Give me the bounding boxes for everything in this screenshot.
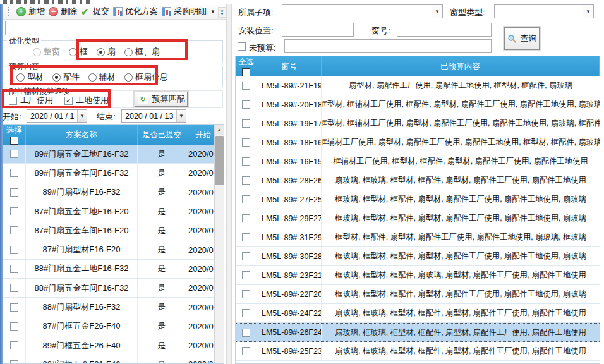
window-row[interactable]: LM5L-89#-24F22扇玻璃, 框玻璃, 框型材, 框配件, 扇型材, 扇… [236, 304, 600, 323]
row-checkbox[interactable] [10, 360, 18, 364]
budget-match-button[interactable]: 预算匹配 [135, 92, 188, 107]
optimize-type-option[interactable]: 扇 [97, 46, 116, 58]
plan-select-all-header[interactable]: 选择 [3, 125, 26, 145]
date-start-dropdown-icon[interactable]: ▼ [77, 110, 87, 122]
row-checkbox[interactable] [10, 284, 18, 292]
window-row[interactable]: LM5L-89#-23F21框玻璃, 框型材, 框配件, 扇玻璃, 扇型材, 扇… [236, 266, 600, 285]
date-end-dropdown-icon[interactable]: ▼ [176, 110, 186, 122]
window-no-input[interactable] [397, 23, 492, 37]
sub-item-select[interactable]: ▼ [282, 4, 443, 18]
radio-icon[interactable] [52, 73, 61, 82]
window-row[interactable]: LM5L-89#-30F28框玻璃, 框型材, 框配件, 扇型材, 扇配件工厂使… [236, 247, 600, 266]
window-row[interactable]: LM5L-89#-31F29框型材, 框配件, 扇型材, 扇配件工厂使用, 扇配… [236, 228, 600, 247]
row-checkbox[interactable] [242, 119, 250, 128]
radio-icon[interactable] [97, 48, 105, 56]
date-start-picker[interactable]: 2020 / 01 / 1 ▼ [27, 109, 87, 123]
window-row[interactable]: LM5L-89#-27F25框玻璃, 框型材, 框配件, 扇型材, 扇配件工厂使… [236, 190, 600, 209]
budget-content-option[interactable]: 框扇信息 [124, 71, 168, 83]
row-checkbox[interactable] [242, 233, 250, 241]
toolbar-submit-button[interactable]: 提交 [79, 4, 111, 18]
sub-item-dropdown-icon[interactable]: ▼ [432, 5, 442, 18]
window-select-all-checkbox[interactable] [242, 68, 250, 76]
window-row[interactable]: LM5L-89#-25F23扇玻璃, 框玻璃, 框型材, 框配件, 扇型材, 扇… [236, 342, 600, 361]
toolbar-overflow-button[interactable]: ▾▾ [218, 7, 226, 18]
row-checkbox[interactable] [242, 329, 250, 337]
row-checkbox[interactable] [242, 309, 250, 317]
budgeted-content-header[interactable]: 已预算内容 [322, 56, 600, 76]
plan-row[interactable]: 88#门扇五金车间F16-F32是2020/0 [3, 279, 214, 298]
plan-row[interactable]: 88#门扇五金工地F16-F32是2020/0 [3, 260, 214, 279]
window-type-dropdown-icon[interactable]: ▼ [583, 5, 593, 18]
usage-checkbox-option[interactable]: 工厂使用 [9, 95, 53, 106]
row-checkbox[interactable] [10, 322, 18, 331]
row-checkbox[interactable] [10, 226, 18, 234]
row-checkbox[interactable] [242, 195, 250, 203]
date-end-picker[interactable]: 2020 / 01 / 13 ▼ [121, 109, 186, 123]
chevron-down-icon[interactable]: ▼ [210, 9, 215, 15]
no-budget-checkbox[interactable] [238, 42, 246, 51]
row-checkbox[interactable] [242, 271, 250, 279]
plan-search-input[interactable] [5, 21, 191, 35]
plan-row[interactable]: 89#门扇五金工地F16-F32是2020/0 [3, 145, 214, 164]
window-row[interactable]: LM5L-89#-19F17框型材, 框辅材工厂使用, 扇型材, 扇配件工厂使用… [236, 114, 600, 133]
row-checkbox[interactable] [10, 207, 18, 215]
plan-row[interactable]: 87#门扇五金车间F16-F20是2020/0 [3, 221, 214, 240]
usage-checkbox-option[interactable]: ✓工地使用 [64, 95, 109, 106]
row-checkbox[interactable] [10, 265, 18, 273]
plan-row[interactable]: 88#门框五金F21-F40是2020/0 [3, 355, 214, 364]
radio-icon[interactable] [88, 73, 97, 82]
toolbar-add-button[interactable]: 新增 [15, 4, 47, 18]
plan-row[interactable]: 89#门框五金F26-F40是2020/0 [3, 336, 214, 355]
window-row[interactable]: LM5L-89#-21F19扇型材, 扇配件工厂使用, 扇配件工地使用, 框型材… [236, 76, 600, 95]
row-checkbox[interactable] [242, 157, 250, 166]
install-pos-input[interactable] [282, 23, 354, 37]
row-checkbox[interactable] [242, 176, 250, 185]
budget-content-option[interactable]: 辅材 [88, 71, 116, 83]
plan-select-all-checkbox[interactable] [10, 136, 18, 145]
budget-content-option[interactable]: 型材 [16, 71, 44, 83]
plan-row[interactable]: 87#门框五金F26-F40是2020/0 [3, 317, 214, 336]
row-checkbox[interactable] [242, 138, 250, 147]
window-row[interactable]: LM5L-89#-28F26扇玻璃, 框玻璃, 框型材, 框配件, 扇型材, 扇… [236, 171, 600, 190]
row-checkbox[interactable] [10, 303, 18, 312]
scrollbar-thumb[interactable] [215, 136, 224, 185]
window-row[interactable]: LM5L-89#-18F16框辅材工厂使用, 扇型材, 扇配件工厂使用, 扇配件… [236, 133, 600, 152]
radio-icon[interactable] [124, 73, 133, 82]
optimize-type-option[interactable]: 框 [69, 46, 88, 58]
row-checkbox[interactable] [242, 82, 250, 90]
panel-splitter[interactable] [226, 4, 232, 364]
row-checkbox[interactable] [242, 100, 250, 109]
radio-icon[interactable] [16, 73, 25, 82]
window-row[interactable]: LM5L-89#-20F18框型材, 框辅材工厂使用, 框配件, 扇型材, 扇配… [236, 95, 600, 114]
row-checkbox[interactable] [10, 246, 18, 254]
no-budget-input[interactable] [284, 39, 492, 53]
row-checkbox[interactable] [242, 214, 250, 222]
budget-content-option[interactable]: 配件 [52, 71, 80, 83]
toolbar-optimize-plan-button[interactable]: 优化方案 [111, 4, 160, 18]
plan-row[interactable]: 89#门扇五金车间F16-F32是2020/0 [3, 164, 214, 183]
toolbar-delete-button[interactable]: 删除 [47, 4, 79, 18]
row-checkbox[interactable] [242, 252, 250, 260]
row-checkbox[interactable] [10, 169, 18, 177]
row-checkbox[interactable] [242, 347, 250, 355]
checkbox-icon[interactable]: ✓ [64, 97, 73, 105]
optimize-type-option[interactable]: 框、扇 [124, 46, 160, 58]
query-button[interactable]: 查询 [504, 27, 540, 50]
plan-row[interactable]: 88#门扇型材F16-F32是2020/0 [3, 298, 214, 317]
plan-table-scrollbar[interactable]: ▲ [214, 125, 224, 363]
plan-submitted-header[interactable]: 是否已提交 [138, 125, 186, 145]
window-type-select[interactable]: ▼ [494, 4, 594, 18]
window-select-all-header[interactable]: 全选 [236, 56, 257, 76]
plan-name-header[interactable]: 方案名称 [26, 125, 138, 145]
window-row[interactable]: LM5L-89#-26F24扇玻璃, 框玻璃, 框型材, 框配件, 扇型材, 扇… [236, 323, 600, 342]
toolbar-grip[interactable] [8, 7, 9, 17]
toolbar-purchase-detail-button[interactable]: 采购明细▼ [160, 4, 217, 18]
checkbox-icon[interactable] [9, 97, 17, 105]
radio-icon[interactable] [69, 48, 77, 56]
window-row[interactable]: LM5L-89#-16F15框辅材工厂使用, 框型材, 框配件, 扇型材, 扇配… [236, 152, 600, 171]
window-row[interactable]: LM5L-89#-22F20框玻璃, 框型材, 框配件, 扇型材, 扇配件工厂使… [236, 285, 600, 304]
row-checkbox[interactable] [10, 341, 18, 349]
window-row[interactable]: LM5L-89#-29F27框玻璃, 框型材, 框配件, 扇型材, 扇配件工厂使… [236, 209, 600, 228]
row-checkbox[interactable] [242, 290, 250, 298]
plan-row[interactable]: 87#门扇型材F16-F20是2020/0 [3, 240, 214, 259]
